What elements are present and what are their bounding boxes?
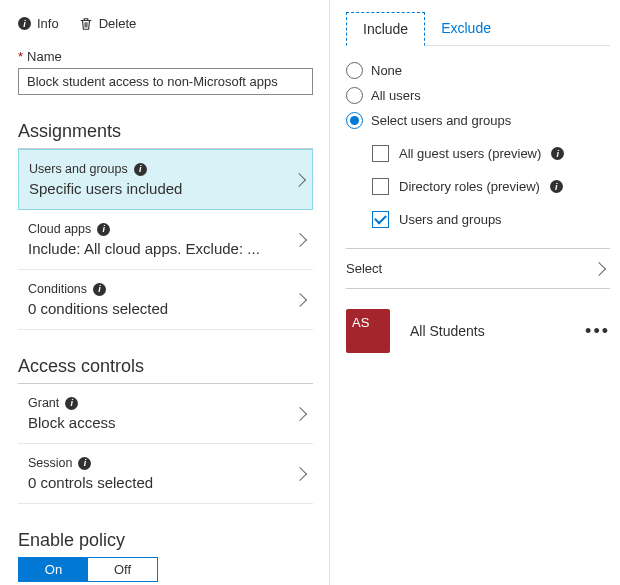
trash-icon [79, 17, 93, 31]
chevron-right-icon [293, 232, 307, 246]
info-label: Info [37, 16, 59, 31]
required-indicator: * [18, 49, 23, 64]
toggle-on[interactable]: On [19, 558, 88, 581]
chevron-right-icon [292, 172, 306, 186]
info-icon: i [65, 397, 78, 410]
radio-icon [346, 62, 363, 79]
check-all-guest-users[interactable]: All guest users (preview) i [372, 145, 610, 162]
info-icon: i [18, 17, 31, 30]
info-icon: i [78, 457, 91, 470]
chevron-right-icon [293, 466, 307, 480]
avatar: AS [346, 309, 390, 353]
chevron-right-icon [293, 406, 307, 420]
users-groups-pane: Include Exclude None All users Select us… [330, 0, 620, 585]
select-button[interactable]: Select [346, 248, 610, 289]
radio-icon [346, 112, 363, 129]
info-icon: i [97, 223, 110, 236]
info-icon: i [93, 283, 106, 296]
tabs: Include Exclude [346, 12, 610, 46]
name-input[interactable] [18, 68, 313, 95]
chevron-right-icon [293, 292, 307, 306]
enable-policy-toggle[interactable]: On Off [18, 557, 158, 582]
info-icon: i [134, 163, 147, 176]
checkbox-icon [372, 178, 389, 195]
scope-radio-group: None All users Select users and groups [346, 62, 610, 129]
name-label: *Name [18, 49, 313, 64]
more-button[interactable]: ••• [585, 321, 610, 342]
tab-exclude[interactable]: Exclude [425, 12, 507, 45]
selection-checkboxes: All guest users (preview) i Directory ro… [372, 145, 610, 228]
policy-config-pane: i Info Delete *Name Assignments Users an… [0, 0, 330, 585]
delete-label: Delete [99, 16, 137, 31]
info-button[interactable]: i Info [18, 16, 59, 31]
radio-all-users[interactable]: All users [346, 87, 610, 104]
radio-none[interactable]: None [346, 62, 610, 79]
assignments-users-and-groups[interactable]: Users and groupsi Specific users include… [18, 149, 313, 210]
assignments-cloud-apps[interactable]: Cloud appsi Include: All cloud apps. Exc… [18, 210, 313, 270]
access-session[interactable]: Sessioni 0 controls selected [18, 444, 313, 504]
enable-policy-title: Enable policy [18, 530, 313, 551]
toggle-off[interactable]: Off [88, 558, 157, 581]
tab-include[interactable]: Include [346, 12, 425, 46]
info-icon: i [551, 147, 564, 160]
checkbox-icon [372, 145, 389, 162]
access-grant[interactable]: Granti Block access [18, 384, 313, 444]
assignments-conditions[interactable]: Conditionsi 0 conditions selected [18, 270, 313, 330]
info-icon: i [550, 180, 563, 193]
radio-select-users-groups[interactable]: Select users and groups [346, 112, 610, 129]
group-name: All Students [410, 323, 565, 339]
checkbox-icon [372, 211, 389, 228]
radio-icon [346, 87, 363, 104]
toolbar: i Info Delete [18, 16, 313, 31]
chevron-right-icon [592, 261, 606, 275]
assignments-title: Assignments [18, 121, 313, 142]
check-directory-roles[interactable]: Directory roles (preview) i [372, 178, 610, 195]
access-controls-title: Access controls [18, 356, 313, 377]
delete-button[interactable]: Delete [79, 16, 137, 31]
check-users-groups[interactable]: Users and groups [372, 211, 610, 228]
selected-group-row: AS All Students ••• [346, 303, 610, 359]
